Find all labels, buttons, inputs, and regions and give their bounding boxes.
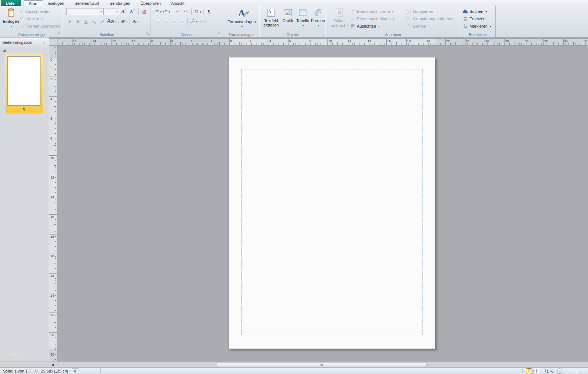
ribbon: Einfügen ✂ Ausschneiden Kopieren xyxy=(0,6,588,38)
copy-button[interactable]: Kopieren xyxy=(20,15,60,22)
table-icon xyxy=(298,8,307,17)
numbered-list-icon xyxy=(162,9,168,14)
grow-font-button[interactable]: A xyxy=(120,8,128,15)
tab-einfuegen[interactable]: Einfügen xyxy=(43,0,69,6)
two-page-view-button[interactable] xyxy=(533,368,540,374)
tab-datei[interactable]: Datei xyxy=(1,0,21,6)
paste-dropdown-arrow-icon[interactable] xyxy=(10,24,12,29)
horizontal-ruler[interactable]: 1614121086420246810121416182022242628303… xyxy=(57,38,588,46)
shrink-font-button[interactable]: A xyxy=(129,8,136,15)
align-objects-button[interactable]: Ausrichten xyxy=(350,22,406,30)
styles-dropdown-arrow-icon[interactable] xyxy=(240,24,242,29)
superscript-button[interactable]: x² xyxy=(99,18,106,25)
page-thumbnail-1[interactable]: 1 xyxy=(5,54,43,113)
select-button[interactable]: Markieren xyxy=(463,22,495,30)
insert-table-button[interactable]: Tabelle xyxy=(295,7,311,31)
publication-page[interactable] xyxy=(229,57,435,349)
tab-sendungen[interactable]: Sendungen xyxy=(105,0,135,6)
ribbon-group-editing: Suchen ab ac Ersetzen Markieren Bearbeit… xyxy=(460,6,496,37)
tab-seitenentwurf[interactable]: Seitenentwurf xyxy=(69,0,104,6)
zoom-level[interactable]: 71 % xyxy=(544,369,553,373)
show-paragraph-marks-button[interactable]: ¶ xyxy=(205,8,213,15)
group-label-objects: Objekte xyxy=(287,33,299,37)
rotate-icon xyxy=(406,24,411,29)
document-canvas[interactable] xyxy=(57,46,588,361)
scissors-icon: ✂ xyxy=(20,9,24,14)
page-thumbnail-preview xyxy=(7,56,40,106)
two-page-view-icon xyxy=(534,369,539,373)
shapes-dropdown-arrow-icon[interactable] xyxy=(317,23,319,28)
format-painter-button[interactable]: Format übertragen xyxy=(20,22,60,30)
scroll-left-arrow-icon[interactable] xyxy=(50,363,55,367)
numbering-button[interactable] xyxy=(162,8,170,15)
group-label-arrange: Anordnen xyxy=(385,33,401,37)
vertical-ruler[interactable]: 024681012141618202224262830 xyxy=(49,46,57,361)
border-shading-button[interactable] xyxy=(198,18,206,25)
bullets-button[interactable] xyxy=(154,8,162,15)
change-case-button[interactable]: Aa xyxy=(107,18,116,25)
zoom-slider[interactable] xyxy=(564,371,587,371)
find-button[interactable]: Suchen xyxy=(463,8,495,15)
align-right-icon xyxy=(171,19,177,24)
columns-button[interactable] xyxy=(194,8,201,15)
underline-button[interactable]: U xyxy=(82,18,90,25)
group-button[interactable]: Gruppieren xyxy=(406,8,453,15)
horizontal-scrollbar[interactable] xyxy=(0,361,588,367)
svg-text:A: A xyxy=(268,10,271,14)
increase-indent-button[interactable] xyxy=(182,8,189,15)
dialog-launcher-paragraph[interactable] xyxy=(218,32,222,36)
ruler-cursor-position-marker xyxy=(521,39,521,45)
insert-picture-button[interactable]: Grafik xyxy=(280,7,295,31)
horizontal-scrollbar-thumb[interactable] xyxy=(216,363,427,367)
cursor-coordinates[interactable]: 29,68;-1,35 cm xyxy=(41,369,68,373)
align-center-button[interactable] xyxy=(162,18,169,25)
font-size-combobox[interactable] xyxy=(105,8,119,15)
wrap-text-button[interactable]: Zeilen- umbruch xyxy=(329,7,350,31)
shading-pencil-icon xyxy=(198,19,203,24)
font-name-combobox[interactable] xyxy=(66,8,104,15)
character-spacing-button[interactable]: AV xyxy=(120,18,128,25)
styles-brush-icon xyxy=(242,11,250,17)
table-dropdown-arrow-icon[interactable] xyxy=(302,23,304,28)
justify-button[interactable] xyxy=(178,18,185,25)
replace-button[interactable]: ab ac Ersetzen xyxy=(463,15,495,22)
clear-formatting-button[interactable] xyxy=(141,8,148,15)
object-size-icon[interactable]: xy xyxy=(72,368,78,373)
page-navigation-title: Seitennavigation xyxy=(2,40,42,45)
align-left-button[interactable] xyxy=(154,18,161,25)
page-navigation-header: Seitennavigation ‹ xyxy=(0,38,49,47)
ungroup-objects-icon xyxy=(406,16,411,21)
align-center-icon xyxy=(163,19,169,24)
tab-ueberpruefen[interactable]: Überprüfen xyxy=(135,0,166,6)
italic-button[interactable]: K xyxy=(74,18,82,25)
bring-forward-button[interactable]: Ebene nach vorne xyxy=(350,8,406,15)
ungroup-button[interactable]: Gruppierung aufheben xyxy=(406,15,453,22)
send-backward-button[interactable]: Ebene nach hinten xyxy=(350,15,406,22)
expand-pages-icon[interactable] xyxy=(3,49,6,52)
cut-button[interactable]: ✂ Ausschneiden xyxy=(20,8,60,15)
tab-ansicht[interactable]: Ansicht xyxy=(166,0,189,6)
tab-start[interactable]: Start xyxy=(24,0,43,6)
single-page-view-button[interactable] xyxy=(526,368,532,374)
decrease-indent-icon xyxy=(175,9,181,14)
format-painter-brush-icon xyxy=(20,24,25,29)
collapse-panel-button[interactable]: ‹ xyxy=(42,40,47,45)
bold-button[interactable]: F xyxy=(66,18,74,25)
zoom-slider-handle[interactable] xyxy=(574,368,578,374)
decrease-indent-button[interactable] xyxy=(174,8,181,15)
font-color-button[interactable]: A xyxy=(132,18,139,25)
wrap-dropdown-arrow-icon xyxy=(346,23,348,28)
styles-button[interactable]: A Formatvorlagen xyxy=(225,7,259,31)
insert-shapes-button[interactable]: Formen xyxy=(310,7,326,31)
page-indicator[interactable]: Seite: 1 von 1 xyxy=(3,369,28,373)
align-right-button[interactable] xyxy=(170,18,177,25)
draw-textbox-button[interactable]: A Textfeld erstellen xyxy=(262,7,280,31)
line-spacing-button[interactable] xyxy=(189,18,197,25)
zoom-out-button[interactable] xyxy=(557,368,562,374)
dialog-launcher-font[interactable] xyxy=(145,32,150,36)
dialog-launcher-clipboard[interactable] xyxy=(58,32,62,36)
subscript-button[interactable]: x₂ xyxy=(91,18,98,25)
rotate-button[interactable]: Drehen xyxy=(406,22,453,30)
send-backward-icon xyxy=(350,16,355,21)
paste-button[interactable]: Einfügen xyxy=(2,7,20,31)
